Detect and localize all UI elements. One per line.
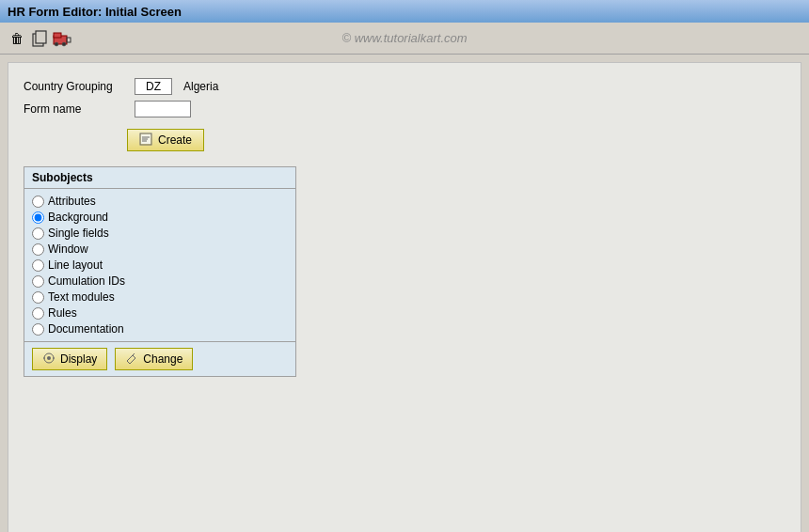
radio-documentation[interactable]: Documentation xyxy=(32,322,288,336)
radio-text-modules[interactable]: Text modules xyxy=(32,290,288,304)
radio-cumulation-ids[interactable]: Cumulation IDs xyxy=(32,274,288,288)
create-button-label: Create xyxy=(158,133,192,147)
display-button-label: Display xyxy=(60,352,97,366)
copy-icon[interactable] xyxy=(30,29,49,48)
title-text: HR Form Editor: Initial Screen xyxy=(8,5,182,19)
svg-rect-1 xyxy=(36,31,46,43)
create-button[interactable]: Create xyxy=(127,129,204,151)
transport-icon[interactable] xyxy=(53,29,71,48)
delete-icon[interactable]: 🗑 xyxy=(8,29,26,48)
change-button[interactable]: Change xyxy=(115,348,193,370)
display-icon xyxy=(42,352,56,368)
form-name-input[interactable] xyxy=(135,101,191,117)
svg-rect-5 xyxy=(54,33,61,38)
svg-point-3 xyxy=(55,42,58,46)
title-bar: HR Form Editor: Initial Screen xyxy=(0,0,809,23)
subobjects-footer: Display Change xyxy=(24,341,295,376)
country-grouping-label: Country Grouping xyxy=(24,80,127,93)
subobjects-title: Subobjects xyxy=(24,167,295,189)
radio-window[interactable]: Window xyxy=(32,243,288,256)
create-section: Create xyxy=(24,129,785,151)
form-name-label: Form name xyxy=(24,102,127,116)
radio-attributes[interactable]: Attributes xyxy=(32,195,288,208)
radio-single-fields[interactable]: Single fields xyxy=(32,227,288,240)
country-name: Algeria xyxy=(183,80,218,93)
svg-point-4 xyxy=(62,42,66,46)
form-name-row: Form name xyxy=(24,101,785,117)
country-grouping-input[interactable] xyxy=(135,78,172,95)
subobjects-panel: Subobjects Attributes Background Single … xyxy=(24,166,296,377)
display-button[interactable]: Display xyxy=(32,348,107,370)
country-grouping-row: Country Grouping Algeria xyxy=(24,78,785,95)
svg-line-16 xyxy=(133,353,135,355)
radio-line-layout[interactable]: Line layout xyxy=(32,258,288,272)
change-button-label: Change xyxy=(143,352,182,366)
subobjects-list: Attributes Background Single fields Wind… xyxy=(24,189,295,341)
watermark: © www.tutorialkart.com xyxy=(341,31,467,45)
radio-rules[interactable]: Rules xyxy=(32,306,288,320)
radio-background[interactable]: Background xyxy=(32,211,288,224)
main-content: Country Grouping Algeria Form name Creat… xyxy=(8,62,801,532)
create-icon xyxy=(139,133,152,149)
svg-point-13 xyxy=(47,356,51,360)
change-icon xyxy=(125,352,138,368)
toolbar: 🗑 © www.tutorialkart.com xyxy=(0,23,809,55)
svg-rect-6 xyxy=(67,38,71,42)
